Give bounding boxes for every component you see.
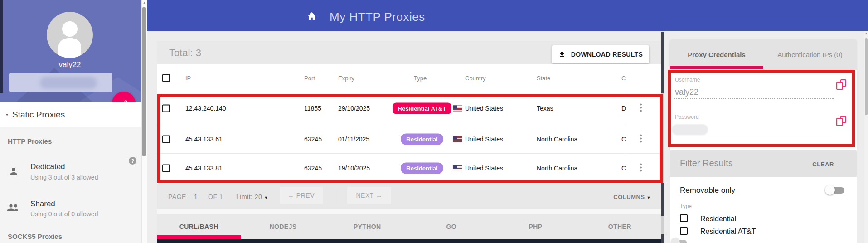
row-checkbox[interactable]: [162, 164, 170, 172]
cell-country: United States: [465, 136, 503, 143]
cell-ip: 45.43.133.61: [185, 136, 223, 143]
us-flag-icon: [453, 136, 462, 142]
removable-only-label: Removable only: [680, 186, 735, 195]
page-label: PAGE: [168, 193, 186, 200]
cell-type: Residential: [386, 133, 458, 145]
row-menu-icon[interactable]: [638, 134, 644, 144]
of-pages-label: OF 1: [208, 193, 223, 200]
sidebar-item-shared[interactable]: Shared: [30, 199, 55, 209]
clear-filters-button[interactable]: CLEAR: [812, 161, 834, 168]
residential-att-checkbox[interactable]: [680, 227, 688, 235]
prev-page-button[interactable]: ← PREV: [280, 187, 323, 204]
tab-go[interactable]: GO: [409, 214, 494, 239]
us-flag-icon: [453, 106, 462, 112]
residential-option-label: Residential: [700, 215, 736, 223]
caret-down-icon: ▼: [647, 195, 651, 199]
code-snippet-area: [157, 239, 662, 243]
table-row[interactable]: 12.43.240.140 11855 29/10/2025 Residenti…: [157, 92, 662, 125]
scroll-up-arrow-icon[interactable]: ▲: [864, 32, 868, 34]
sidebar-profile-header: valy22: [0, 0, 141, 102]
static-proxies-label: Static Proxies: [12, 110, 65, 120]
divider: [335, 188, 335, 203]
tab-proxy-credentials[interactable]: Proxy Credentials: [670, 39, 763, 70]
cell-port: 63245: [304, 136, 322, 143]
copy-password-icon[interactable]: [836, 116, 848, 128]
table-row[interactable]: 45.43.133.61 63245 01/11/2025 Residentia…: [157, 125, 662, 153]
blurred-user-info: [9, 73, 112, 92]
pagination-bar: PAGE 1 OF 1 Limit: 20▼ ← PREV NEXT → COL…: [157, 184, 662, 209]
residential-att-option-label: Residential AT&T: [700, 228, 756, 236]
sidebar-username: valy22: [11, 60, 129, 69]
active-tab-indicator: [157, 235, 241, 239]
tab-python[interactable]: PYTHON: [325, 214, 409, 239]
tab-php[interactable]: PHP: [494, 214, 578, 239]
tab-other[interactable]: OTHER: [577, 214, 662, 239]
socks5-proxies-heading: SOCKS5 Proxies: [8, 233, 62, 240]
cell-expiry: 01/11/2025: [338, 136, 369, 143]
copy-username-icon[interactable]: [836, 79, 848, 92]
type-filter-label: Type: [680, 203, 692, 209]
tab-authentication-ips[interactable]: Authentication IPs (0): [763, 39, 857, 70]
columns-dropdown[interactable]: COLUMNS▼: [613, 193, 651, 200]
removable-only-toggle[interactable]: [825, 185, 845, 195]
table-header-row: IP Port Expiry Type Country State C: [157, 64, 662, 92]
main-scrollbar-thumb[interactable]: [661, 183, 664, 216]
divider: [0, 127, 141, 127]
col-header-state[interactable]: State: [537, 75, 550, 82]
filter-results-title: Filter Results: [680, 158, 733, 169]
sidebar-group-static-proxies[interactable]: ▾ Static Proxies: [0, 102, 141, 127]
filter-header: Filter Results CLEAR: [670, 150, 857, 177]
row-checkbox[interactable]: [162, 105, 170, 112]
tab-nodejs[interactable]: NODEJS: [241, 214, 325, 239]
cell-ip: 45.43.133.81: [185, 165, 223, 172]
table-row[interactable]: 45.43.133.81 63245 19/10/2025 Residentia…: [157, 153, 662, 183]
cell-country: United States: [465, 165, 503, 172]
proxy-dashboard: valy22 ▾ Static Proxies HTTP Proxies Ded…: [0, 0, 868, 243]
col-header-country[interactable]: Country: [465, 75, 486, 82]
credentials-tabs: Proxy Credentials Authentication IPs (0): [670, 39, 857, 70]
sidebar-item-dedicated[interactable]: Dedicated: [30, 162, 65, 171]
type-badge: Residential: [401, 162, 443, 174]
limit-dropdown[interactable]: Limit: 20▼: [236, 193, 268, 200]
col-header-ip[interactable]: IP: [185, 75, 191, 82]
cell-ip: 12.43.240.140: [185, 105, 226, 112]
username-value[interactable]: valy22: [675, 87, 698, 97]
row-menu-icon[interactable]: [638, 104, 644, 113]
main-scrollbar-thumb[interactable]: [661, 234, 664, 243]
cell-port: 63245: [304, 165, 322, 172]
cell-type: Residential: [386, 162, 458, 174]
row-menu-icon[interactable]: [638, 163, 644, 173]
page-title: My HTTP Proxies: [330, 10, 425, 24]
sidebar-scrollbar-thumb[interactable]: [142, 7, 146, 156]
help-icon[interactable]: ?: [129, 157, 136, 165]
password-value-blurred[interactable]: [672, 124, 708, 135]
col-header-port[interactable]: Port: [304, 75, 315, 82]
scroll-up-arrow-icon[interactable]: ▲: [142, 1, 147, 4]
http-proxies-heading: HTTP Proxies: [8, 137, 52, 145]
col-header-type[interactable]: Type: [414, 75, 427, 82]
select-all-checkbox[interactable]: [162, 74, 170, 82]
row-checkbox[interactable]: [162, 135, 170, 143]
blur-redaction: [40, 77, 97, 89]
cell-city: D: [621, 105, 626, 112]
us-flag-icon: [453, 165, 462, 171]
download-results-label: DOWNLOAD RESULTS: [571, 51, 643, 58]
username-label: Username: [675, 77, 700, 83]
person-silhouette-icon: [47, 12, 93, 58]
page-scrollbar-thumb[interactable]: [865, 38, 868, 115]
filter-card: Filter Results CLEAR Removable only Type…: [670, 150, 857, 243]
avatar: [47, 12, 93, 58]
next-page-button[interactable]: NEXT →: [347, 187, 391, 204]
password-underline: [674, 136, 834, 136]
home-icon[interactable]: [307, 11, 317, 20]
col-header-expiry[interactable]: Expiry: [338, 75, 354, 82]
cell-type: Residential AT&T: [386, 103, 458, 114]
main-scrollbar-thumb[interactable]: [661, 32, 664, 93]
col-header-city[interactable]: C: [621, 75, 626, 82]
credentials-card: Proxy Credentials Authentication IPs (0)…: [670, 39, 857, 150]
total-count-label: Total: 3: [169, 47, 201, 59]
residential-checkbox[interactable]: [680, 214, 688, 222]
cell-expiry: 29/10/2025: [338, 105, 370, 112]
download-results-button[interactable]: DOWNLOAD RESULTS: [552, 45, 649, 63]
username-underline: [674, 98, 834, 99]
